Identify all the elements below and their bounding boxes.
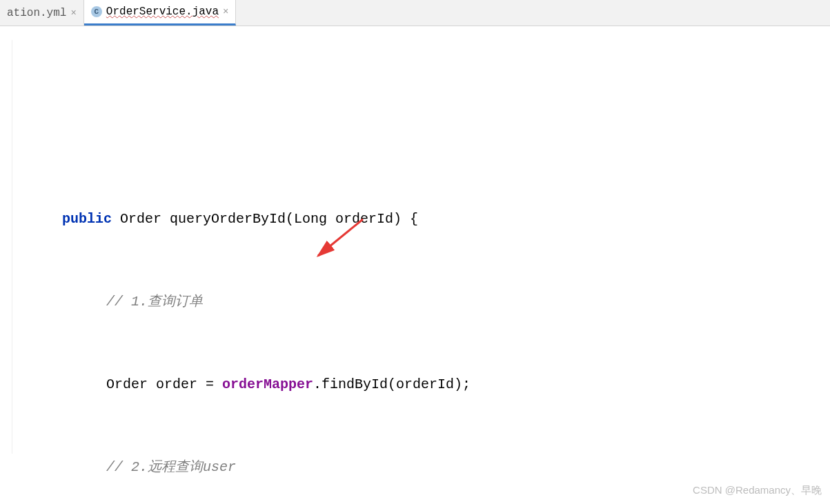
java-class-icon: C xyxy=(91,6,102,17)
tab-ation-yml[interactable]: ation.yml × xyxy=(0,0,84,26)
tab-bar: ation.yml × C OrderService.java × xyxy=(0,0,830,26)
close-icon[interactable]: × xyxy=(223,6,228,17)
tab-label: ation.yml xyxy=(7,7,66,19)
field-ref: orderMapper xyxy=(222,371,313,399)
code-text: Order queryOrderById(Long orderId) { xyxy=(112,205,418,233)
watermark: CSDN @Redamancy、早晚 xyxy=(693,484,822,497)
code-line: // 1.查询订单 xyxy=(18,288,830,316)
comment: // 1.查询订单 xyxy=(106,288,203,316)
tab-orderservice[interactable]: C OrderService.java × xyxy=(84,0,237,26)
code-line: public Order queryOrderById(Long orderId… xyxy=(18,205,830,233)
code-line: // 2.远程查询user xyxy=(18,454,830,481)
code-editor[interactable]: public Order queryOrderById(Long orderId… xyxy=(0,26,830,504)
comment: // 2.远程查询user xyxy=(106,454,236,481)
code-lines: public Order queryOrderById(Long orderId… xyxy=(12,150,830,504)
gutter xyxy=(0,40,12,454)
keyword: public xyxy=(62,205,112,233)
close-icon[interactable]: × xyxy=(70,8,76,19)
code-line: Order order = orderMapper.findById(order… xyxy=(18,371,830,399)
code-text: .findById(orderId); xyxy=(313,371,471,399)
tab-label: OrderService.java xyxy=(106,6,219,18)
code-text: Order order = xyxy=(106,371,222,399)
